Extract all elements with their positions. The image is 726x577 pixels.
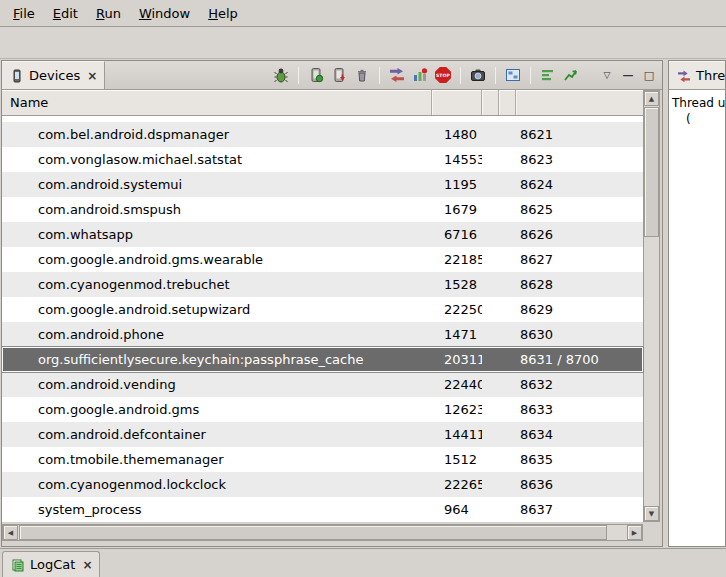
process-port: 8630: [516, 327, 643, 342]
opengl-trace-icon[interactable]: [562, 66, 580, 84]
tab-devices[interactable]: Devices ×: [2, 61, 105, 89]
process-name: com.android.phone: [2, 327, 432, 342]
process-name: com.android.systemui: [2, 177, 432, 192]
threads-message: Thread up (: [669, 90, 725, 546]
close-tab-icon[interactable]: ×: [80, 558, 92, 572]
table-row[interactable]: com.android.defcontainer 14411 8634: [2, 422, 643, 447]
table-row[interactable]: com.android.vending 22440 8632: [2, 372, 643, 397]
column-header-1[interactable]: [482, 90, 499, 115]
vertical-scroll-thumb[interactable]: [644, 107, 659, 237]
minimize-icon[interactable]: —: [620, 69, 636, 82]
process-port: 8633: [516, 402, 643, 417]
process-name: com.android.smspush: [2, 202, 432, 217]
close-tab-icon[interactable]: ×: [85, 69, 97, 83]
capture-systrace-icon[interactable]: [539, 66, 557, 84]
tab-logcat-label: LogCat: [30, 557, 75, 572]
scroll-right-icon[interactable]: ▶: [627, 525, 642, 540]
toolbar-separator: [298, 67, 299, 84]
process-pid: 964: [432, 502, 482, 517]
tab-devices-label: Devices: [29, 68, 80, 83]
table-row[interactable]: org.sufficientlysecure.keychain:passphra…: [2, 347, 643, 372]
toolbar-separator: [460, 67, 461, 84]
table-row[interactable]: com.cyanogenmod.trebuchet 1528 8628: [2, 272, 643, 297]
process-port: 8624: [516, 177, 643, 192]
update-heap-icon[interactable]: [307, 66, 325, 84]
process-name: com.google.android.setupwizard: [2, 302, 432, 317]
ddms-window: File Edit Run Window Help Devices ×: [0, 0, 726, 577]
main-area: Devices ×: [0, 59, 726, 548]
process-pid: 22185: [432, 252, 482, 267]
process-name: system_process: [2, 502, 432, 517]
devices-toolbar: STOP ▽: [272, 61, 662, 89]
process-name: com.google.android.gms: [2, 402, 432, 417]
view-menu-icon[interactable]: ▽: [599, 70, 615, 80]
stop-process-icon[interactable]: STOP: [434, 66, 452, 84]
table-row[interactable]: com.google.android.gms.wearable 22185 86…: [2, 247, 643, 272]
process-port: 8632: [516, 377, 643, 392]
process-pid: 1528: [432, 277, 482, 292]
process-pid: 6716: [432, 227, 482, 242]
menu-run[interactable]: Run: [87, 3, 130, 24]
vertical-scrollbar[interactable]: ▲ ▼: [643, 90, 660, 522]
process-name: com.android.vending: [2, 377, 432, 392]
column-header-port[interactable]: [516, 90, 643, 115]
scroll-left-icon[interactable]: ◀: [3, 525, 18, 540]
table-header: Name: [2, 90, 643, 116]
menu-help[interactable]: Help: [199, 3, 247, 24]
table-row[interactable]: com.android.phone 1471 8630: [2, 322, 643, 347]
process-name: com.bel.android.dspmanager: [2, 127, 432, 142]
process-name: com.cyanogenmod.trebuchet: [2, 277, 432, 292]
process-pid: 12623: [432, 402, 482, 417]
logcat-icon: [10, 556, 25, 574]
table-row[interactable]: com.tmobile.thememanager 1512 8635: [2, 447, 643, 472]
table-row[interactable]: com.android.smspush 1679 8625: [2, 197, 643, 222]
table-row[interactable]: system_process 964 8637: [2, 497, 643, 522]
menu-edit[interactable]: Edit: [44, 3, 87, 24]
maximize-icon[interactable]: □: [641, 69, 657, 82]
table-row[interactable]: com.android.systemui 1195 8624: [2, 172, 643, 197]
threads-message-line1: Thread up: [672, 95, 725, 111]
horizontal-scrollbar[interactable]: ◀ ▶: [2, 524, 643, 541]
devices-tabbar: Devices ×: [2, 61, 662, 90]
process-name: org.sufficientlysecure.keychain:passphra…: [2, 352, 432, 367]
column-header-2[interactable]: [499, 90, 516, 115]
screen-capture-icon[interactable]: [469, 66, 487, 84]
table-row[interactable]: com.bel.android.dspmanager 1480 8621: [2, 122, 643, 147]
table-row[interactable]: com.whatsapp 6716 8626: [2, 222, 643, 247]
bottom-tabbar: LogCat ×: [0, 548, 726, 577]
dump-hprof-icon[interactable]: [330, 66, 348, 84]
column-header-pid[interactable]: [432, 90, 482, 115]
debug-icon[interactable]: [272, 66, 290, 84]
scroll-up-icon[interactable]: ▲: [644, 91, 659, 106]
table-row[interactable]: com.cyanogenmod.lockclock 22265 8636: [2, 472, 643, 497]
process-pid: 1679: [432, 202, 482, 217]
process-port: 8629: [516, 302, 643, 317]
toolbar-separator: [530, 67, 531, 84]
tab-logcat[interactable]: LogCat ×: [2, 551, 100, 577]
threads-panel: Threa Thread up (: [668, 60, 726, 547]
tab-threads[interactable]: Threa: [669, 61, 725, 89]
process-pid: 1480: [432, 127, 482, 142]
method-profiling-icon[interactable]: [411, 66, 429, 84]
cause-gc-icon[interactable]: [353, 66, 371, 84]
table-row[interactable]: com.google.android.setupwizard 22250 862…: [2, 297, 643, 322]
process-pid: 22250: [432, 302, 482, 317]
tab-threads-label: Threa: [696, 68, 725, 83]
process-pid: 14411: [432, 427, 482, 442]
menu-bar: File Edit Run Window Help: [0, 0, 726, 27]
menu-file[interactable]: File: [4, 3, 44, 24]
menu-window[interactable]: Window: [130, 3, 199, 24]
horizontal-scroll-thumb[interactable]: [19, 525, 607, 540]
column-header-name[interactable]: Name: [2, 90, 432, 115]
process-port: 8636: [516, 477, 643, 492]
view-hierarchy-icon[interactable]: [504, 66, 522, 84]
process-port: 8628: [516, 277, 643, 292]
devices-panel: Devices ×: [1, 60, 663, 547]
process-name: com.android.defcontainer: [2, 427, 432, 442]
table-row[interactable]: com.google.android.gms 12623 8633: [2, 397, 643, 422]
table-row[interactable]: com.vonglasow.michael.satstat 14553 8623: [2, 147, 643, 172]
process-name: com.tmobile.thememanager: [2, 452, 432, 467]
scroll-down-icon[interactable]: ▼: [644, 506, 659, 521]
process-pid: 1195: [432, 177, 482, 192]
update-threads-icon[interactable]: [388, 66, 406, 84]
